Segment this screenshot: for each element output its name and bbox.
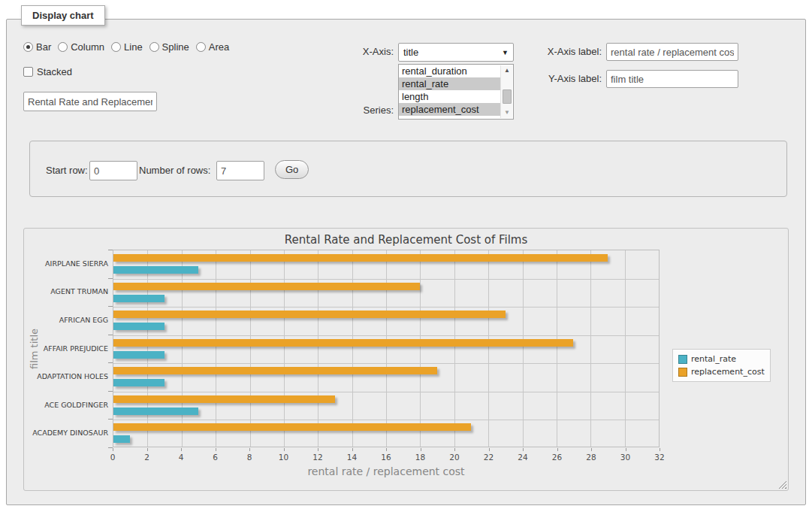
chart-type-option-label: Column: [71, 41, 104, 53]
x-tick-label: 20: [443, 453, 466, 462]
y-axis-label-input[interactable]: [606, 70, 738, 88]
category-label: ADAPTATION HOLES: [29, 372, 108, 380]
gridline-h: [113, 392, 659, 392]
gridline-v-8: [250, 250, 251, 447]
chart-type-option-area[interactable]: Area: [196, 41, 236, 53]
chart-title-input[interactable]: [23, 92, 157, 111]
radio-icon-area[interactable]: [196, 42, 206, 52]
x-axis-select-label: X-Axis:: [341, 46, 394, 57]
legend-swatch-replacement_cost: [678, 368, 687, 377]
gridline-h: [113, 420, 659, 420]
x-tick-label: 8: [238, 453, 261, 462]
y-axis-tick: [108, 391, 113, 392]
x-axis-tick: [421, 448, 421, 451]
series-label: Series:: [341, 105, 394, 116]
x-tick-label: 16: [375, 453, 397, 462]
start-row-label: Start row:: [46, 165, 88, 176]
x-tick-label: 18: [409, 453, 432, 462]
bar-rental_rate-academy-dinosaur: [113, 435, 130, 443]
x-axis-tick: [181, 448, 182, 451]
radio-icon-spline[interactable]: [149, 42, 159, 52]
category-label: AFRICAN EGG: [29, 316, 108, 324]
chart-type-option-label: Line: [124, 41, 143, 53]
gridline-v-20: [454, 250, 455, 447]
radio-icon-column[interactable]: [58, 42, 68, 52]
x-axis-tick: [454, 448, 455, 451]
y-axis-tick: [108, 278, 113, 279]
bar-replacement_cost-affair-prejudice: [113, 339, 573, 347]
series-option-replacement_cost[interactable]: replacement_cost: [399, 103, 500, 116]
scroll-up-icon[interactable]: ▲: [501, 65, 513, 76]
x-axis-select-value: title: [403, 47, 418, 58]
y-axis-tick: [108, 250, 113, 250]
page: BarColumnLineSplineArea Stacked X-Axis: …: [0, 0, 812, 512]
scroll-down-icon[interactable]: ▼: [501, 108, 513, 118]
series-scrollbar[interactable]: ▲ ▼: [500, 65, 512, 118]
bar-rental_rate-adaptation-holes: [113, 379, 165, 386]
fieldset-legend: Display chart: [21, 5, 105, 26]
bar-rental_rate-affair-prejudice: [113, 351, 165, 359]
x-axis-tick: [352, 448, 353, 451]
gridline-h: [113, 307, 659, 308]
series-option-rental_rate[interactable]: rental_rate: [399, 77, 500, 90]
category-label: ACE GOLDFINGER: [29, 401, 108, 409]
gridline-h: [113, 279, 659, 280]
chart-title: Rental Rate and Replacement Cost of Film…: [24, 233, 788, 247]
stacked-checkbox-row[interactable]: Stacked: [23, 66, 72, 77]
x-tick-label: 6: [204, 453, 227, 462]
x-tick-label: 4: [170, 453, 192, 462]
x-axis-tick: [318, 448, 318, 451]
radio-icon-line[interactable]: [111, 42, 121, 52]
gridline-v-4: [182, 250, 183, 447]
x-axis-tick: [591, 448, 592, 451]
x-tick-label: 26: [546, 453, 569, 462]
gridline-v-2: [147, 250, 148, 447]
gridline-v-6: [216, 250, 216, 447]
start-row-input[interactable]: [89, 161, 137, 180]
bar-replacement_cost-agent-truman: [113, 283, 420, 290]
series-options: rental_durationrental_ratelengthreplacem…: [399, 65, 500, 116]
radio-icon-bar[interactable]: [23, 42, 33, 52]
bar-replacement_cost-ace-goldfinger: [113, 395, 335, 403]
gridline-v-14: [352, 250, 353, 447]
x-axis-tick: [147, 448, 148, 451]
chart-type-option-label: Spline: [162, 41, 189, 53]
scrollbar-thumb[interactable]: [503, 89, 512, 105]
chart-container: Rental Rate and Replacement Cost of Film…: [23, 228, 789, 491]
resize-grip-icon[interactable]: [778, 480, 786, 489]
legend-entry-rental_rate: rental_rate: [678, 353, 765, 365]
x-tick-label: 10: [273, 453, 295, 462]
legend-swatch-rental_rate: [678, 355, 687, 364]
x-axis-select[interactable]: title ▼: [398, 43, 514, 62]
x-axis-tick: [489, 448, 490, 451]
x-axis-label-input[interactable]: [606, 43, 738, 61]
legend-entry-replacement_cost: replacement_cost: [678, 365, 765, 378]
stacked-checkbox[interactable]: [23, 67, 33, 77]
x-tick-label: 24: [512, 453, 534, 462]
x-axis-label-field-label: X-Axis label:: [524, 46, 602, 57]
chart-type-option-column[interactable]: Column: [58, 41, 111, 53]
x-tick-label: 28: [580, 453, 602, 462]
go-button[interactable]: Go: [275, 160, 309, 179]
legend-label: rental_rate: [691, 354, 736, 364]
bar-replacement_cost-african-egg: [113, 311, 506, 318]
x-tick-label: 32: [648, 453, 671, 462]
y-axis-tick: [108, 362, 113, 363]
series-listbox[interactable]: rental_durationrental_ratelengthreplacem…: [398, 64, 514, 120]
x-tick-label: 12: [306, 453, 329, 462]
x-axis-tick: [523, 448, 524, 451]
number-of-rows-input[interactable]: [216, 161, 264, 180]
series-option-length[interactable]: length: [399, 90, 500, 103]
x-axis-tick: [216, 448, 216, 451]
bar-rental_rate-ace-goldfinger: [113, 407, 198, 415]
chart-type-option-line[interactable]: Line: [111, 41, 149, 53]
bar-rental_rate-agent-truman: [113, 295, 165, 302]
chart-type-option-spline[interactable]: Spline: [149, 41, 196, 53]
y-axis-tick: [108, 306, 113, 307]
chart-type-option-label: Area: [209, 41, 229, 53]
series-option-rental_duration[interactable]: rental_duration: [399, 65, 500, 77]
plot-area: [113, 250, 660, 447]
chart-type-option-bar[interactable]: Bar: [23, 41, 58, 53]
stacked-label: Stacked: [37, 66, 72, 77]
gridline-v-22: [488, 250, 489, 447]
